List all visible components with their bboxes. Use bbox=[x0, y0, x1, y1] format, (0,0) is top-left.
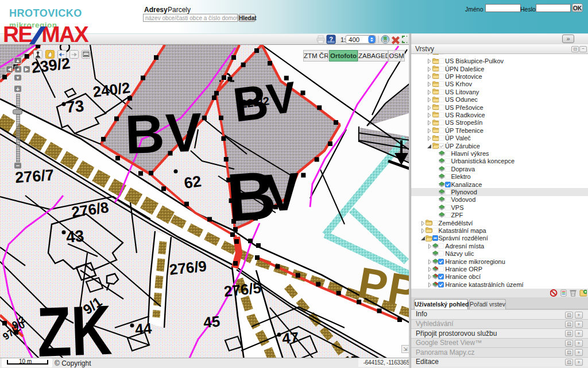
svg-text:BV: BV bbox=[124, 101, 204, 165]
svg-text:43: 43 bbox=[65, 227, 85, 246]
svg-text:45: 45 bbox=[203, 313, 220, 331]
svg-text:62: 62 bbox=[183, 172, 203, 192]
svg-text:V: V bbox=[264, 72, 299, 124]
svg-text:1:: 1: bbox=[341, 36, 346, 43]
svg-text:400: 400 bbox=[349, 36, 359, 43]
svg-text:73: 73 bbox=[65, 97, 85, 116]
svg-text:47: 47 bbox=[281, 329, 299, 347]
svg-text:?: ? bbox=[329, 36, 333, 43]
svg-text:44: 44 bbox=[134, 320, 153, 338]
svg-text:V: V bbox=[262, 162, 301, 223]
svg-text:276/7: 276/7 bbox=[14, 166, 55, 186]
svg-text:ZK: ZK bbox=[36, 290, 113, 368]
svg-text:GO: GO bbox=[383, 40, 388, 43]
